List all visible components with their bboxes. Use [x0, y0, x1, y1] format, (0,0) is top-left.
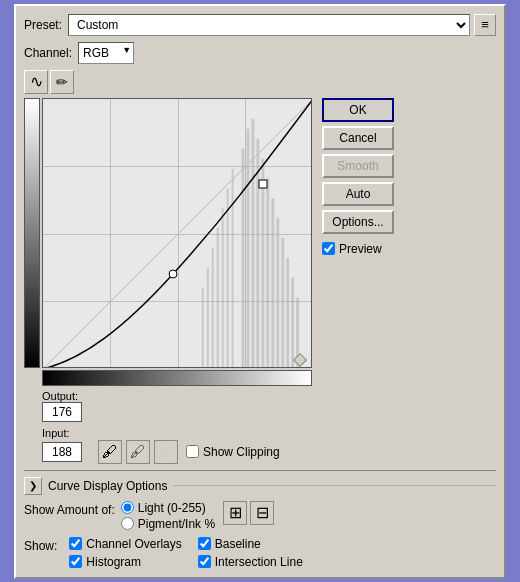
smooth-button[interactable]: Smooth [322, 154, 394, 178]
show-label: Show: [24, 537, 57, 553]
eyedropper-white-button[interactable]: 🖋 [154, 440, 178, 464]
preview-label: Preview [339, 242, 382, 256]
intersection-line-checkbox[interactable] [198, 555, 211, 568]
histogram-checkbox[interactable] [69, 555, 82, 568]
section-line [173, 485, 496, 486]
grid-small-button[interactable]: ⊞ [223, 501, 247, 525]
collapse-button[interactable]: ❯ [24, 477, 42, 495]
input-value[interactable]: 188 [42, 442, 82, 462]
preset-select[interactable]: Custom [68, 14, 470, 36]
intersection-line-label: Intersection Line [215, 555, 303, 569]
output-gradient-bar [24, 98, 40, 368]
output-label: Output: [42, 390, 82, 402]
cancel-button[interactable]: Cancel [322, 126, 394, 150]
channel-select[interactable]: RGB Red Green Blue [78, 42, 134, 64]
show-clipping-label: Show Clipping [203, 445, 280, 459]
curve-svg [43, 99, 312, 368]
eyedropper-gray-button[interactable]: 🖋 [126, 440, 150, 464]
curve-tool-button[interactable]: ∿ [24, 70, 48, 94]
options-button[interactable]: Options... [322, 210, 394, 234]
separator-1 [24, 470, 496, 471]
preset-list-button[interactable]: ≡ [474, 14, 496, 36]
show-clipping-checkbox[interactable] [186, 445, 199, 458]
histogram-label: Histogram [86, 555, 141, 569]
show-amount-label: Show Amount of: [24, 501, 115, 517]
light-radio[interactable] [121, 501, 134, 514]
preset-label: Preset: [24, 18, 62, 32]
light-label: Light (0-255) [138, 501, 206, 515]
curve-graph[interactable] [42, 98, 312, 368]
svg-point-20 [169, 270, 177, 278]
baseline-checkbox[interactable] [198, 537, 211, 550]
auto-button[interactable]: Auto [322, 182, 394, 206]
svg-line-19 [43, 99, 312, 368]
svg-rect-21 [259, 180, 267, 188]
pigment-radio[interactable] [121, 517, 134, 530]
ok-button[interactable]: OK [322, 98, 394, 122]
grid-large-button[interactable]: ⊟ [250, 501, 274, 525]
baseline-label: Baseline [215, 537, 261, 551]
section-title: Curve Display Options [48, 479, 167, 493]
curves-dialog: Preset: Custom ≡ Channel: RGB Red Green … [14, 4, 506, 579]
curve-display-options-header: ❯ Curve Display Options [24, 477, 496, 495]
output-value[interactable]: 176 [42, 402, 82, 422]
input-gradient-bar [42, 370, 312, 386]
pencil-tool-button[interactable]: ✏ [50, 70, 74, 94]
preview-checkbox[interactable] [322, 242, 335, 255]
channel-label: Channel: [24, 46, 72, 60]
eyedropper-black-button[interactable]: 🖋 [98, 440, 122, 464]
channel-overlays-checkbox[interactable] [69, 537, 82, 550]
pigment-label: Pigment/Ink % [138, 517, 215, 531]
input-label: Input: [42, 427, 70, 439]
channel-overlays-label: Channel Overlays [86, 537, 181, 551]
